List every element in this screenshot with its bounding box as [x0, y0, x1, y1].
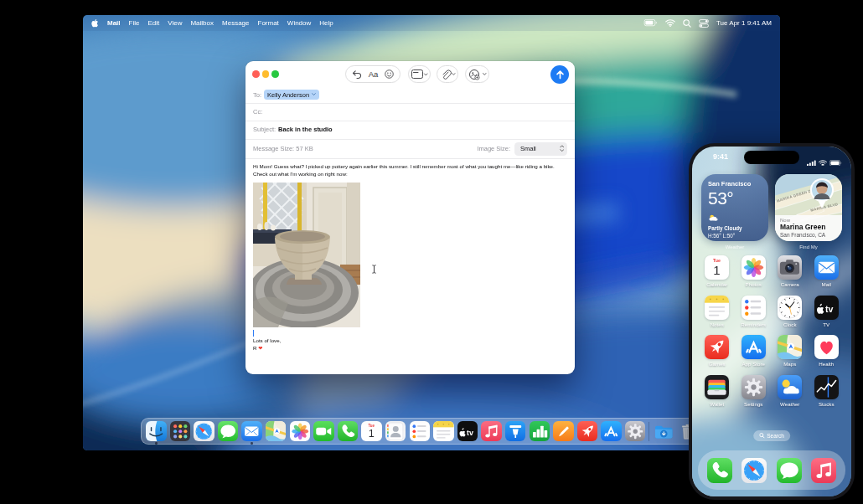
app-label: Wallet [710, 401, 724, 407]
iphone-app-clock[interactable]: Clock [772, 296, 809, 332]
mac-dock-tv[interactable]: tv [457, 421, 478, 442]
mac-dock-appstore[interactable] [601, 421, 622, 442]
search-icon[interactable] [683, 19, 691, 28]
iphone-app-reminders[interactable]: Reminders [736, 296, 773, 332]
pottery-photo-attachment[interactable] [253, 183, 360, 327]
apple-menu-icon[interactable] [91, 18, 99, 28]
subject-label: Subject: [253, 126, 276, 133]
wifi-icon[interactable] [665, 19, 675, 27]
iphone-app-camera[interactable]: Camera [772, 255, 809, 291]
maps-app-icon [778, 335, 802, 359]
menu-item-file[interactable]: File [129, 19, 140, 27]
cc-field[interactable]: Cc: [245, 103, 575, 120]
text-cursor-pointer [371, 265, 377, 275]
iphone-app-appstore[interactable]: App Store [736, 335, 773, 371]
app-label: Stocks [819, 401, 835, 407]
subject-field[interactable]: Subject: Back in the studio [245, 121, 575, 138]
battery-icon [829, 154, 842, 169]
iphone-app-health[interactable]: Health [809, 335, 845, 371]
iphone-dock-music[interactable] [811, 458, 836, 483]
music-app-icon [481, 421, 502, 442]
svg-text:Tue: Tue [369, 423, 375, 427]
iphone-app-tv[interactable]: tvTV [809, 296, 845, 332]
undo-icon[interactable] [352, 70, 362, 79]
weather-widget[interactable]: San Francisco 53° Partly Cloudy H:56° L:… [701, 174, 768, 241]
insert-photo-button[interactable] [465, 65, 489, 83]
iphone-app-calendar[interactable]: Tue1Calendar [699, 255, 736, 291]
menu-item-edit[interactable]: Edit [147, 19, 159, 27]
mac-dock-downloads[interactable] [654, 421, 674, 442]
weather-widget-label: Weather [701, 244, 768, 249]
minimize-button[interactable] [262, 70, 270, 78]
image-size-label: Image Size: [477, 145, 510, 152]
zoom-button[interactable] [271, 70, 279, 78]
partly-cloudy-icon [708, 209, 762, 224]
menu-item-mail[interactable]: Mail [107, 19, 121, 27]
menu-item-window[interactable]: Window [287, 19, 311, 27]
menu-item-mailbox[interactable]: Mailbox [190, 19, 214, 27]
image-size-dropdown[interactable]: Small [514, 142, 567, 156]
mac-dock-games[interactable] [577, 421, 598, 442]
iphone-app-games[interactable]: Games [699, 335, 736, 371]
iphone-app-wallet[interactable]: Wallet [699, 375, 736, 411]
iphone-screen: 9:41 San Francisco 53° Partly Cloudy H:5… [692, 147, 851, 496]
iphone-app-settings[interactable]: Settings [736, 375, 773, 411]
pages-app-icon [553, 421, 574, 442]
iphone-app-mail[interactable]: Mail [809, 255, 845, 291]
mac-dock-music[interactable] [481, 421, 502, 442]
search-pill[interactable]: Search [753, 430, 790, 441]
mail-app-icon [814, 255, 839, 280]
mac-dock-calendar[interactable]: Tue1 [361, 421, 382, 442]
mac-dock-settings[interactable] [625, 421, 646, 442]
numbers-app-icon [530, 421, 550, 442]
mac-dock-launchpad[interactable] [170, 421, 191, 442]
emoji-icon[interactable] [385, 69, 394, 79]
iphone-app-stocks[interactable]: Stocks [809, 375, 845, 411]
mac-dock-facetime[interactable] [313, 421, 334, 442]
iphone-dock-messages[interactable] [777, 458, 802, 483]
reminders-app-icon [410, 421, 431, 442]
recipient-pill[interactable]: Kelly Anderson [264, 90, 319, 100]
menu-item-view[interactable]: View [168, 19, 182, 27]
camera-app-icon [778, 255, 802, 280]
mac-dock-contacts[interactable] [385, 421, 406, 442]
mac-dock-messages[interactable] [218, 421, 239, 442]
iphone-dock-safari[interactable] [742, 458, 767, 483]
header-fields-button[interactable] [408, 65, 431, 83]
findmy-city: San Francisco, CA [780, 232, 837, 238]
close-button[interactable] [252, 70, 260, 78]
attach-file-button[interactable] [437, 65, 458, 83]
menu-item-message[interactable]: Message [222, 19, 249, 27]
menu-item-format[interactable]: Format [258, 19, 279, 27]
mac-dock-photos[interactable] [290, 421, 311, 442]
format-text-icon[interactable]: Aa [369, 69, 379, 79]
iphone-app-weatherapp[interactable]: Weather [772, 375, 809, 411]
mac-dock-mail[interactable] [241, 421, 262, 442]
mac-dock-numbers[interactable] [530, 421, 550, 442]
iphone-app-photos[interactable]: Photos [736, 255, 773, 291]
app-grid: Tue1CalendarPhotosCameraMailNotesReminde… [699, 255, 845, 411]
control-center-icon[interactable] [699, 19, 709, 28]
send-button[interactable] [550, 65, 569, 84]
menu-item-help[interactable]: Help [319, 19, 333, 27]
tv-app-icon: tv [457, 421, 478, 442]
app-label: Weather [780, 401, 799, 407]
mac-dock-finder[interactable] [146, 421, 167, 442]
safari-app-icon [194, 421, 214, 442]
mac-dock-safari[interactable] [194, 421, 214, 442]
findmy-widget[interactable]: MARINA GREEN DR MARINA BLVD Now Marina G… [775, 174, 842, 241]
menu-bar-clock[interactable]: Tue Apr 1 9:41 AM [716, 19, 772, 27]
mac-dock-keynote[interactable] [505, 421, 526, 442]
mac-dock-phone[interactable] [338, 421, 359, 442]
mac-dock-reminders[interactable] [410, 421, 431, 442]
mac-dock-maps[interactable] [266, 421, 287, 442]
iphone-app-notes[interactable]: Notes [699, 296, 736, 332]
mac-dock-pages[interactable] [553, 421, 574, 442]
app-label: Mail [822, 281, 831, 287]
battery-icon[interactable] [643, 19, 658, 27]
iphone-app-maps[interactable]: Maps [772, 335, 809, 371]
mac-dock-notes[interactable] [433, 421, 454, 442]
iphone-dock-phone[interactable] [707, 458, 732, 483]
to-field[interactable]: To: Kelly Anderson [245, 86, 575, 103]
message-body[interactable]: Hi Mom! Guess what? I picked up pottery … [245, 158, 575, 357]
